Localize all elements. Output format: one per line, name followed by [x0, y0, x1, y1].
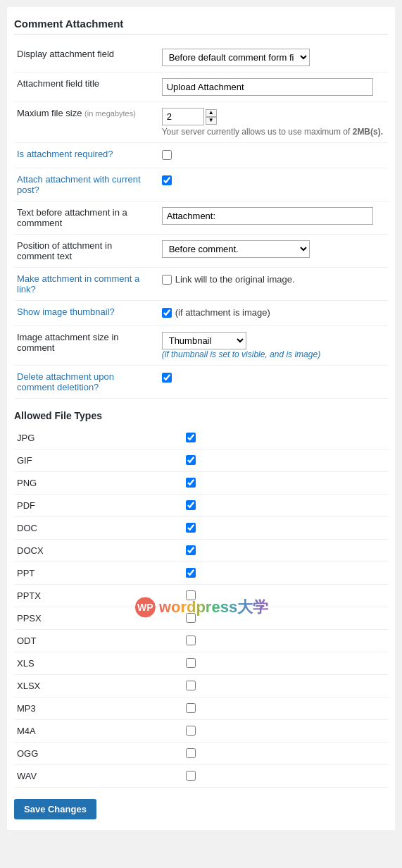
file-type-checkbox-png[interactable]: [186, 478, 196, 488]
max-file-size-suffix: (in megabytes): [84, 109, 136, 118]
file-type-row-wav: WAV: [14, 765, 388, 788]
max-file-size-hint: Your server currently allows us to use m…: [162, 127, 385, 137]
file-types-section: WP wordpress大学 JPG GIF PNG PDF DOC DOCX: [14, 427, 388, 788]
file-type-checkbox-ppt[interactable]: [186, 568, 196, 578]
settings-table: Display attachment field Before default …: [14, 43, 388, 399]
file-type-checkbox-cell: [183, 562, 388, 585]
position-in-comment-select[interactable]: Before comment. After comment.: [162, 240, 310, 258]
delete-on-comment-delete-checkbox[interactable]: [162, 373, 172, 383]
file-type-checkbox-cell: [183, 427, 388, 450]
image-attachment-size-label: Image attachment size in comment: [17, 332, 119, 353]
file-type-checkbox-jpg[interactable]: [186, 433, 196, 442]
text-before-attachment-label: Text before attachment in a commment: [17, 207, 127, 228]
row-delete-on-comment-delete: Delete attachment upon comment deletitio…: [14, 366, 388, 399]
file-type-label: PNG: [14, 472, 183, 495]
file-type-row-pdf: PDF: [14, 495, 388, 517]
file-type-row-ppt: PPT: [14, 562, 388, 585]
file-type-row-odt: ODT: [14, 630, 388, 652]
spinner-down[interactable]: ▼: [206, 117, 217, 125]
file-type-checkbox-cell: [183, 495, 388, 517]
file-type-label: DOC: [14, 517, 183, 540]
file-type-row-xls: XLS: [14, 652, 388, 675]
file-type-checkbox-xlsx[interactable]: [186, 681, 196, 690]
show-thumbnail-inline-label: (if attachment is image): [175, 307, 270, 318]
delete-on-comment-delete-label: Delete attachment upon comment deletitio…: [17, 371, 114, 392]
file-type-label: MP3: [14, 698, 183, 720]
file-type-row-xlsx: XLSX: [14, 675, 388, 698]
text-before-attachment-input[interactable]: [162, 207, 373, 225]
file-type-label: M4A: [14, 720, 183, 743]
file-type-label: XLS: [14, 652, 183, 675]
file-type-checkbox-ogg[interactable]: [186, 748, 196, 758]
row-position-in-comment: Position of attchment in comment text Be…: [14, 235, 388, 268]
max-file-size-input[interactable]: [162, 108, 204, 125]
file-type-checkbox-mp3[interactable]: [186, 703, 196, 713]
spinner-wrap: ▲ ▼: [206, 109, 217, 125]
file-type-label: DOCX: [14, 540, 183, 562]
file-type-checkbox-cell: [183, 698, 388, 720]
file-type-checkbox-cell: [183, 652, 388, 675]
position-in-comment-label: Position of attchment in comment text: [17, 240, 112, 261]
file-type-row-ppsx: PPSX: [14, 607, 388, 630]
file-type-row-ogg: OGG: [14, 743, 388, 765]
file-type-checkbox-pdf[interactable]: [186, 500, 196, 510]
file-type-checkbox-m4a[interactable]: [186, 726, 196, 736]
row-text-before-attachment: Text before attachment in a commment: [14, 202, 388, 235]
file-type-checkbox-ppsx[interactable]: [186, 613, 196, 623]
file-type-checkbox-cell: [183, 517, 388, 540]
make-link-inline: Link will to the original image.: [162, 273, 295, 285]
attach-with-post-label: Attach attachment with current post?: [17, 174, 141, 195]
file-type-label: PPT: [14, 562, 183, 585]
show-thumbnail-label: Show image thumbnail?: [17, 306, 115, 317]
file-type-row-mp3: MP3: [14, 698, 388, 720]
row-display-attachment-field: Display attachment field Before default …: [14, 43, 388, 73]
file-type-checkbox-gif[interactable]: [186, 455, 196, 465]
page-title: Comment Attachment: [14, 18, 388, 35]
file-type-row-docx: DOCX: [14, 540, 388, 562]
file-type-checkbox-wav[interactable]: [186, 771, 196, 781]
save-changes-button[interactable]: Save Changes: [14, 799, 96, 819]
file-type-label: WAV: [14, 765, 183, 788]
max-file-size-label: Maxium file size (in megabytes): [17, 108, 136, 118]
file-type-row-m4a: M4A: [14, 720, 388, 743]
allowed-file-types-title: Allowed File Types: [14, 410, 388, 421]
file-type-checkbox-doc[interactable]: [186, 523, 196, 533]
attach-with-post-checkbox[interactable]: [162, 175, 172, 185]
file-type-label: PPTX: [14, 585, 183, 607]
file-type-row-pptx: PPTX: [14, 585, 388, 607]
display-attachment-field-select[interactable]: Before default comment form fields. Afte…: [162, 49, 310, 66]
show-thumbnail-checkbox[interactable]: [162, 308, 172, 318]
row-show-thumbnail: Show image thumbnail? (if attachment is …: [14, 301, 388, 326]
is-required-checkbox[interactable]: [162, 150, 172, 160]
file-type-checkbox-cell: [183, 743, 388, 765]
row-is-required: Is attachment required?: [14, 143, 388, 168]
row-attach-with-post: Attach attachment with current post?: [14, 168, 388, 202]
file-type-checkbox-pptx[interactable]: [186, 590, 196, 600]
row-attachment-field-title: Attachment field title: [14, 73, 388, 102]
is-required-label: Is attachment required?: [17, 149, 113, 159]
file-type-checkbox-docx[interactable]: [186, 545, 196, 555]
file-type-checkbox-xls[interactable]: [186, 658, 196, 668]
show-thumbnail-inline: (if attachment is image): [162, 306, 270, 318]
attachment-field-title-input[interactable]: [162, 78, 373, 96]
file-type-checkbox-cell: [183, 585, 388, 607]
display-attachment-field-label: Display attachment field: [17, 49, 114, 59]
file-type-checkbox-odt[interactable]: [186, 636, 196, 645]
row-max-file-size: Maxium file size (in megabytes) ▲ ▼ Your…: [14, 102, 388, 143]
make-link-label: Make attchment in comment a link?: [17, 273, 139, 294]
file-type-row-gif: GIF: [14, 450, 388, 472]
spinner-up[interactable]: ▲: [206, 109, 217, 117]
file-type-checkbox-cell: [183, 607, 388, 630]
file-type-checkbox-cell: [183, 720, 388, 743]
make-link-checkbox[interactable]: [162, 275, 172, 285]
file-type-checkbox-cell: [183, 765, 388, 788]
file-type-label: GIF: [14, 450, 183, 472]
file-type-label: XLSX: [14, 675, 183, 698]
file-type-label: OGG: [14, 743, 183, 765]
image-attachment-size-select[interactable]: Thumbnail Medium Large Full: [162, 332, 246, 349]
file-type-label: ODT: [14, 630, 183, 652]
attachment-field-title-label: Attachment field title: [17, 78, 99, 89]
file-type-label: PPSX: [14, 607, 183, 630]
make-link-inline-label: Link will to the original image.: [175, 274, 295, 285]
file-type-checkbox-cell: [183, 540, 388, 562]
